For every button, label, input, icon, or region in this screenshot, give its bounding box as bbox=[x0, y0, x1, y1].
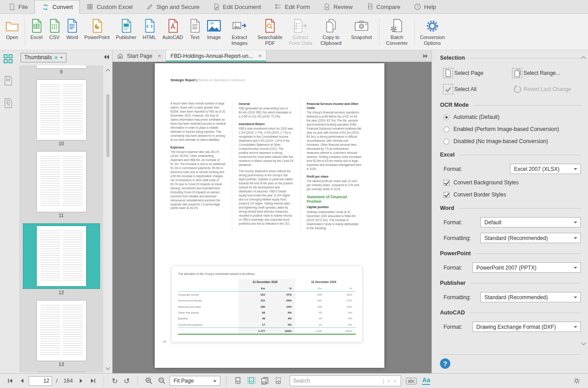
chevron-down-icon bbox=[574, 267, 577, 270]
previous-page-button[interactable] bbox=[17, 378, 26, 384]
powerpoint-format-dropdown[interactable]: PowerPoint 2007 (PPTX) bbox=[472, 262, 581, 273]
ribbon-tab-label: Convert bbox=[52, 4, 73, 10]
page-text-columns: A much lower than normal number of large… bbox=[170, 102, 362, 232]
thumbnails-grid-icon[interactable] bbox=[3, 54, 13, 65]
panel-scroll-up-icon[interactable] bbox=[581, 53, 586, 61]
search-box: | < > bbox=[290, 375, 401, 386]
scrollbar-thumb[interactable] bbox=[106, 94, 109, 157]
rotate-clockwise-icon[interactable]: ↻ bbox=[110, 377, 119, 385]
word-formatting-dropdown[interactable]: Standard (Recommended) bbox=[480, 233, 581, 243]
ribbon-tab-help[interactable]: ? Help bbox=[407, 0, 443, 13]
panel-scroll-down-icon[interactable] bbox=[581, 340, 586, 348]
thumbnail-page-12-selected[interactable]: 12 bbox=[19, 223, 103, 296]
publisher-button[interactable]: Publisher bbox=[113, 14, 139, 50]
last-page-button[interactable] bbox=[88, 378, 98, 384]
ocr-option-disabled[interactable]: Disabled (No Image-based Conversion) bbox=[444, 138, 581, 144]
single-page-view-button[interactable] bbox=[232, 377, 244, 385]
copy-to-clipboard-button[interactable]: Copy to Clipboard bbox=[316, 14, 346, 50]
ribbon-tab-sign-and-secure[interactable]: Sign and Secure bbox=[139, 0, 206, 13]
zoom-mode-dropdown[interactable]: Fit Page bbox=[170, 376, 220, 386]
match-whole-word-button[interactable]: abc bbox=[406, 378, 417, 384]
searchable-pdf-button[interactable]: Searchable PDF bbox=[255, 14, 285, 50]
ribbon-tab-convert[interactable]: Convert bbox=[35, 0, 80, 14]
search-input[interactable] bbox=[293, 378, 381, 384]
word-format-dropdown[interactable]: Default bbox=[480, 217, 581, 227]
autocad-file-icon bbox=[167, 18, 179, 33]
revert-last-change-button[interactable]: Revert Last Change bbox=[512, 84, 581, 95]
powerpoint-button[interactable]: PowerPoint bbox=[81, 14, 113, 50]
ribbon-tab-edit-form[interactable]: Edit Form bbox=[268, 0, 317, 13]
tab-label: Start Page bbox=[127, 53, 152, 59]
convert-border-styles-checkbox[interactable]: Convert Border Styles bbox=[444, 192, 581, 198]
brightness-icon[interactable] bbox=[571, 376, 583, 385]
rotate-counterclockwise-icon[interactable]: ↺ bbox=[122, 377, 131, 385]
close-icon[interactable]: × bbox=[158, 52, 161, 59]
help-icon[interactable]: ? bbox=[440, 358, 450, 369]
search-next-icon[interactable]: > bbox=[392, 378, 398, 384]
text-column-2: General FBD generated an underwriting lo… bbox=[232, 102, 293, 232]
select-range-button[interactable]: Select Range... bbox=[512, 68, 581, 78]
ribbon-tab-label: Custom Excel bbox=[96, 4, 132, 10]
radio-selected-icon[interactable] bbox=[444, 114, 449, 120]
first-page-button[interactable] bbox=[5, 378, 15, 384]
batch-converter-button[interactable]: Batch Converter bbox=[382, 14, 412, 50]
thumbnail-page-10[interactable]: 10 bbox=[19, 80, 103, 147]
radio-icon[interactable] bbox=[444, 139, 449, 144]
ocr-option-enabled[interactable]: Enabled (Perform Image-based Conversion) bbox=[444, 126, 581, 132]
tab-fbd-document[interactable]: FBD-Holdings-Annual-Report-un... × bbox=[166, 50, 266, 61]
publisher-formatting-dropdown[interactable]: Standard (Recommended) bbox=[480, 292, 581, 302]
thumbnail-page-13[interactable]: 13 bbox=[19, 301, 103, 368]
convert-settings-panel: Selection Select Page Select Range... Se… bbox=[431, 50, 588, 373]
ribbon-tab-edit-document[interactable]: Edit Document bbox=[206, 0, 268, 13]
image-button[interactable]: Image bbox=[204, 14, 224, 50]
page-number-input[interactable] bbox=[29, 376, 52, 386]
select-all-button[interactable]: Select All bbox=[443, 84, 512, 95]
excel-format-dropdown[interactable]: Excel 2007 (XLSX) bbox=[510, 164, 581, 174]
html-button[interactable]: HTML bbox=[139, 14, 159, 50]
match-case-button[interactable]: Aa bbox=[422, 377, 430, 384]
scroll-up-icon[interactable] bbox=[105, 65, 111, 74]
thumbnail-scrollbar[interactable] bbox=[105, 65, 111, 372]
thumbnail-page-9[interactable]: 9 bbox=[19, 65, 103, 75]
document-viewport[interactable]: Strategic Report | Review of Operations … bbox=[113, 62, 431, 373]
tab-overflow-button[interactable] bbox=[419, 50, 431, 61]
thumbnails-menu-button[interactable]: Thumbnails ≡ bbox=[21, 53, 66, 62]
select-page-button[interactable]: Select Page bbox=[443, 68, 512, 78]
continuous-facing-view-button[interactable] bbox=[273, 377, 284, 385]
attachments-icon[interactable] bbox=[4, 98, 13, 110]
tab-start-page[interactable]: Start Page × bbox=[113, 50, 166, 61]
excel-button[interactable]: Excel bbox=[27, 14, 46, 50]
ribbon-tab-review[interactable]: Review bbox=[317, 0, 359, 13]
open-button[interactable]: Open bbox=[2, 14, 22, 50]
autocad-format-dropdown[interactable]: Drawing Exchange Format (DXF) bbox=[472, 322, 581, 332]
word-button[interactable]: Word bbox=[63, 14, 81, 50]
conversion-options-button[interactable]: Conversion Options bbox=[417, 14, 448, 50]
checkbox-checked-icon[interactable] bbox=[444, 192, 449, 198]
ocr-option-automatic[interactable]: Automatic (Default) bbox=[444, 114, 581, 120]
ribbon-tab-compare[interactable]: Compare bbox=[359, 0, 407, 13]
extract-images-button[interactable]: Extract Images bbox=[224, 14, 255, 50]
checkbox-checked-icon[interactable] bbox=[444, 180, 449, 186]
autocad-button[interactable]: AutoCAD bbox=[159, 14, 186, 50]
ribbon-tab-custom-excel[interactable]: Custom Excel bbox=[80, 0, 139, 13]
continuous-view-button-active[interactable] bbox=[246, 377, 257, 385]
facing-pages-view-button[interactable] bbox=[259, 377, 270, 385]
search-previous-icon[interactable]: < bbox=[386, 378, 392, 384]
csv-button[interactable]: CSV bbox=[46, 14, 63, 50]
text-button[interactable]: Text bbox=[186, 14, 204, 50]
ribbon-tab-file[interactable]: File bbox=[2, 0, 35, 13]
thumbnail-page-11[interactable]: 11 bbox=[19, 152, 103, 219]
extract-form-data-button[interactable]: Extract Form Data bbox=[285, 14, 316, 50]
bookmarks-icon[interactable] bbox=[4, 75, 13, 88]
radio-icon[interactable] bbox=[444, 126, 449, 132]
snapshot-button[interactable]: Snapshot bbox=[346, 14, 377, 50]
collapse-panel-button[interactable] bbox=[103, 53, 109, 61]
close-icon[interactable]: × bbox=[258, 52, 262, 59]
zoom-in-button[interactable] bbox=[144, 377, 154, 385]
scroll-down-icon[interactable] bbox=[105, 364, 111, 372]
convert-background-styles-checkbox[interactable]: Convert Background Styles bbox=[444, 179, 581, 186]
extract-form-data-icon bbox=[293, 18, 308, 33]
zoom-out-button[interactable] bbox=[157, 377, 167, 385]
next-page-button[interactable] bbox=[77, 378, 86, 384]
statusbar-separator bbox=[104, 376, 104, 385]
